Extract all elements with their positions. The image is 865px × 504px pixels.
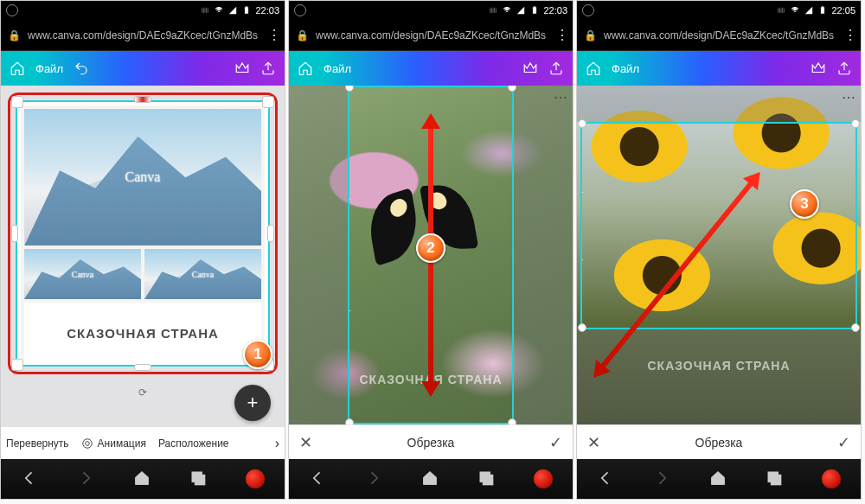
confirm-crop-button[interactable]: ✓	[549, 433, 562, 452]
resize-handle[interactable]	[11, 225, 18, 242]
crop-handle[interactable]	[345, 86, 354, 92]
resize-handle[interactable]	[134, 364, 151, 371]
browser-menu-icon[interactable]: ⋮	[555, 29, 569, 42]
crop-label: Обрезка	[407, 436, 455, 450]
home-button[interactable]	[709, 469, 727, 489]
browser-nav	[289, 459, 573, 499]
crop-handle[interactable]	[578, 323, 586, 332]
tabs-button[interactable]	[477, 469, 495, 489]
browser-nav	[1, 459, 285, 499]
more-chevron-icon[interactable]: ›	[275, 436, 279, 451]
svg-rect-0	[245, 7, 248, 14]
cancel-crop-button[interactable]: ✕	[587, 433, 600, 452]
cancel-crop-button[interactable]: ✕	[299, 433, 312, 452]
browser-menu-icon[interactable]: ⋮	[843, 29, 857, 42]
undo-icon[interactable]	[74, 61, 89, 76]
photo-slot-small-2[interactable]: Canva	[144, 249, 261, 299]
position-button[interactable]: Расположение	[158, 437, 229, 450]
battery-icon	[529, 6, 540, 15]
url-bar[interactable]: 🔒 www.canva.com/design/DAEc9aZKcec/tGnzM…	[289, 20, 573, 51]
resize-handle[interactable]	[262, 96, 274, 108]
resize-handle[interactable]	[134, 96, 151, 103]
resize-handle[interactable]	[11, 359, 23, 371]
back-button[interactable]	[21, 469, 38, 489]
resize-handle[interactable]	[267, 225, 274, 242]
wifi-icon	[214, 6, 224, 15]
share-icon[interactable]	[836, 61, 852, 76]
add-button[interactable]: +	[234, 385, 271, 421]
home-button[interactable]	[421, 469, 439, 489]
canvas-area[interactable]: Canva Canva Canva СКАЗОЧНАЯ СТРАНА ⟳	[1, 86, 285, 426]
annotation-highlight: Canva Canva Canva СКАЗОЧНАЯ СТРАНА	[8, 93, 278, 374]
home-icon[interactable]	[298, 61, 313, 76]
more-icon[interactable]: ⋯	[842, 89, 855, 105]
battery-icon	[241, 6, 252, 15]
svg-rect-11	[822, 6, 824, 7]
clock: 22:05	[831, 5, 855, 16]
crop-label: Обрезка	[695, 436, 743, 450]
crop-toolbar: ✕ Обрезка ✓	[577, 424, 861, 459]
url-bar[interactable]: 🔒 www.canva.com/design/DAEc9aZKcec/tGnzM…	[1, 20, 285, 51]
crop-handle[interactable]	[851, 119, 860, 128]
svg-rect-13	[772, 475, 781, 484]
photo-slot-main[interactable]: Canva	[24, 109, 261, 246]
home-icon[interactable]	[586, 61, 601, 76]
animation-button[interactable]: Анимация	[81, 437, 146, 450]
resize-handle[interactable]	[11, 96, 23, 108]
design-template[interactable]: Canva Canva Canva СКАЗОЧНАЯ СТРАНА	[21, 105, 265, 361]
home-icon[interactable]	[10, 61, 25, 76]
annotation-badge-3: 3	[790, 189, 819, 219]
share-icon[interactable]	[548, 61, 564, 76]
crop-toolbar: ✕ Обрезка ✓	[289, 424, 573, 459]
url-text: www.canva.com/design/DAEc9aZKcec/tGnzMdB…	[604, 29, 836, 41]
file-menu[interactable]: Файл	[612, 62, 639, 75]
tabs-button[interactable]	[189, 469, 207, 489]
flip-button[interactable]: Перевернуть	[6, 437, 69, 450]
more-icon[interactable]: ⋯	[554, 89, 567, 105]
share-icon[interactable]	[260, 61, 276, 76]
wifi-icon	[502, 6, 512, 15]
crown-icon[interactable]	[811, 61, 826, 76]
annotation-badge-2: 2	[416, 233, 445, 263]
url-bar[interactable]: 🔒 www.canva.com/design/DAEc9aZKcec/tGnzM…	[577, 20, 861, 51]
opera-icon[interactable]	[534, 469, 553, 488]
forward-button	[77, 469, 94, 489]
crop-dim-area	[577, 86, 861, 122]
canva-toolbar: Файл	[1, 51, 285, 86]
confirm-crop-button[interactable]: ✓	[837, 433, 850, 452]
file-menu[interactable]: Файл	[35, 62, 63, 75]
crown-icon[interactable]	[234, 61, 250, 76]
app-icon	[294, 4, 306, 16]
tabs-button[interactable]	[766, 469, 783, 489]
crop-handle[interactable]	[508, 418, 516, 424]
lock-icon: 🔒	[296, 29, 309, 41]
canvas-area[interactable]: СКАЗОЧНАЯ СТРАНА ⋯ 3	[577, 86, 861, 424]
canva-toolbar: Файл	[577, 51, 861, 86]
selection-frame[interactable]: Canva Canva Canva СКАЗОЧНАЯ СТРАНА	[16, 100, 270, 367]
svg-rect-9	[484, 475, 493, 484]
canvas-area[interactable]: СКАЗОЧНАЯ СТРАНА ⋯ 2	[289, 86, 573, 424]
app-icon	[582, 4, 594, 16]
photo-slot-small-1[interactable]: Canva	[24, 249, 141, 299]
animation-icon	[81, 437, 93, 450]
back-button[interactable]	[309, 469, 326, 489]
svg-rect-1	[246, 6, 248, 7]
crop-handle[interactable]	[851, 323, 860, 332]
opera-icon[interactable]	[822, 469, 841, 488]
opera-icon[interactable]	[246, 469, 265, 488]
crop-handle[interactable]	[345, 418, 354, 424]
clock: 22:03	[543, 5, 567, 16]
rotate-icon[interactable]: ⟳	[138, 386, 147, 399]
home-button[interactable]	[133, 469, 151, 489]
svg-rect-5	[195, 475, 205, 484]
crop-dim-area	[514, 86, 573, 424]
caption-text[interactable]: СКАЗОЧНАЯ СТРАНА	[24, 303, 261, 365]
file-menu[interactable]: Файл	[324, 62, 351, 75]
crown-icon[interactable]	[522, 61, 538, 76]
back-button[interactable]	[597, 469, 614, 489]
clock: 22:03	[255, 5, 279, 16]
nfc-icon	[776, 6, 786, 15]
browser-menu-icon[interactable]: ⋮	[267, 29, 281, 42]
crop-handle[interactable]	[578, 119, 586, 128]
signal-icon	[516, 6, 526, 15]
